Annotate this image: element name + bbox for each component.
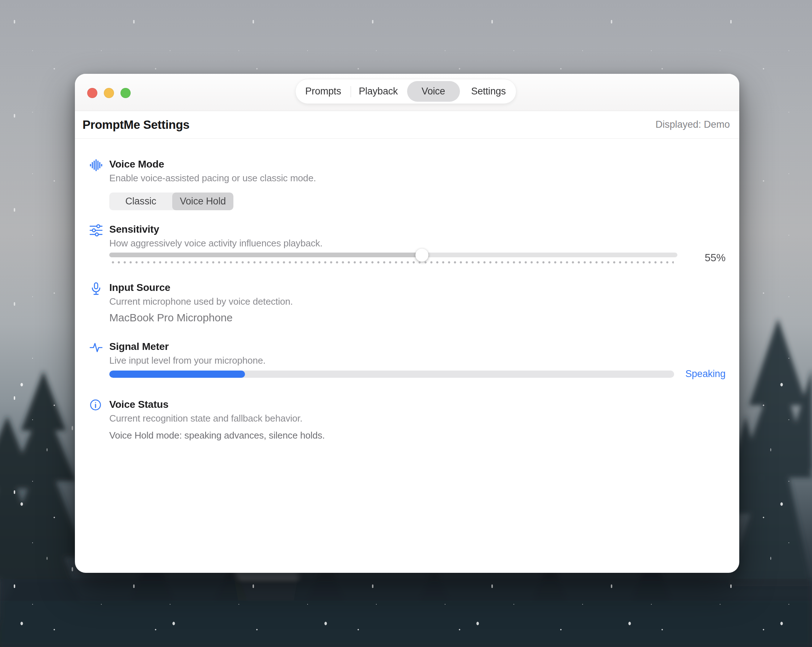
- slider-track[interactable]: [109, 253, 678, 257]
- slider-tick-marks: [110, 261, 674, 264]
- tab-playback[interactable]: Playback: [352, 81, 404, 102]
- signal-level-meter: [109, 371, 674, 378]
- app-window: Prompts Playback Voice Settings PromptMe…: [75, 74, 739, 573]
- waveform-icon: [89, 158, 109, 210]
- close-button[interactable]: [87, 88, 97, 98]
- slider-filled-track: [109, 253, 422, 257]
- page-title: PromptMe Settings: [82, 118, 189, 132]
- voice-status-title: Voice Status: [109, 398, 725, 411]
- settings-content: Voice Mode Enable voice-assisted pacing …: [75, 139, 739, 441]
- window-titlebar: Prompts Playback Voice Settings: [75, 74, 739, 111]
- pulse-icon: [89, 340, 109, 380]
- section-signal-meter: Signal Meter Live input level from your …: [89, 340, 725, 380]
- zoom-button[interactable]: [121, 88, 131, 98]
- section-sensitivity: Sensitivity How aggressively voice activ…: [89, 223, 725, 266]
- tab-divider: [351, 86, 351, 97]
- info-icon: [89, 398, 109, 441]
- voice-mode-segmented-control: Classic Voice Hold: [109, 192, 234, 210]
- signal-meter-title: Signal Meter: [109, 340, 725, 353]
- sensitivity-slider[interactable]: [109, 251, 678, 266]
- segment-classic[interactable]: Classic: [109, 192, 172, 210]
- section-voice-status: Voice Status Current recognition state a…: [89, 398, 725, 441]
- input-source-value: MacBook Pro Microphone: [109, 311, 725, 324]
- section-voice-mode: Voice Mode Enable voice-assisted pacing …: [89, 158, 725, 210]
- minimize-button[interactable]: [104, 88, 114, 98]
- signal-meter-description: Live input level from your microphone.: [109, 355, 725, 366]
- displayed-profile-label: Displayed: Demo: [655, 119, 730, 130]
- voice-status-description: Current recognition state and fallback b…: [109, 412, 725, 424]
- slider-thumb[interactable]: [415, 249, 429, 262]
- sensitivity-title: Sensitivity: [109, 223, 725, 236]
- sliders-icon: [89, 223, 109, 266]
- sensitivity-description: How aggressively voice activity influenc…: [109, 237, 725, 249]
- signal-status-label: Speaking: [674, 368, 725, 380]
- input-source-title: Input Source: [109, 282, 725, 294]
- tab-settings[interactable]: Settings: [462, 81, 515, 102]
- tab-voice[interactable]: Voice: [407, 81, 460, 102]
- sensitivity-value: 55%: [678, 252, 725, 264]
- traffic-lights: [87, 88, 131, 98]
- input-source-description: Current microphone used by voice detecti…: [109, 296, 725, 307]
- signal-level-fill: [109, 371, 245, 378]
- settings-header: PromptMe Settings Displayed: Demo: [75, 111, 739, 139]
- segment-voice-hold[interactable]: Voice Hold: [172, 192, 234, 210]
- voice-status-detail: Voice Hold mode: speaking advances, sile…: [109, 430, 725, 441]
- top-tab-bar: Prompts Playback Voice Settings: [295, 79, 516, 104]
- voice-mode-description: Enable voice-assisted pacing or use clas…: [109, 172, 725, 184]
- voice-mode-title: Voice Mode: [109, 158, 725, 171]
- tab-prompts[interactable]: Prompts: [297, 81, 350, 102]
- microphone-icon: [89, 282, 109, 324]
- section-input-source: Input Source Current microphone used by …: [89, 282, 725, 324]
